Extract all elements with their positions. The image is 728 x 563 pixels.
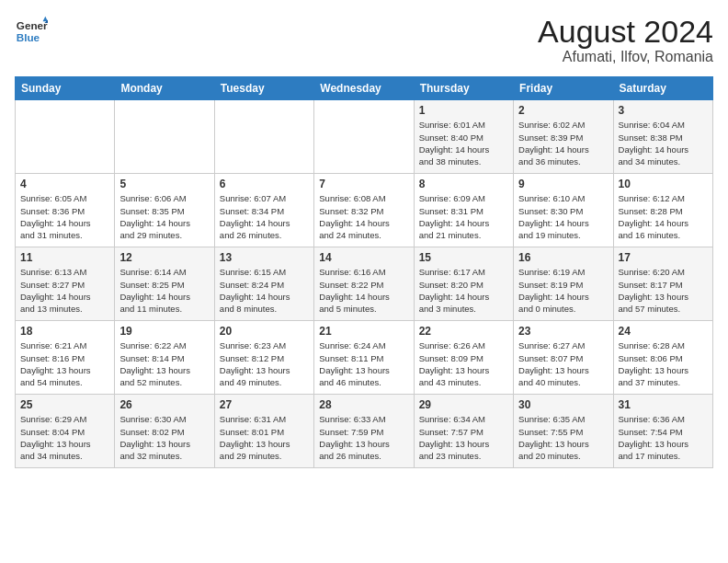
day-number: 15 — [419, 251, 508, 264]
day-number: 22 — [419, 325, 508, 338]
week-row-3: 11Sunrise: 6:13 AM Sunset: 8:27 PM Dayli… — [16, 247, 713, 321]
day-number: 5 — [119, 178, 209, 190]
title-block: August 2024 Afumati, Ilfov, Romania — [538, 15, 713, 65]
day-info: Sunrise: 6:07 AM Sunset: 8:34 PM Dayligh… — [220, 192, 309, 241]
day-cell: 27Sunrise: 6:31 AM Sunset: 8:01 PM Dayli… — [214, 395, 313, 468]
day-cell: 31Sunrise: 6:36 AM Sunset: 7:54 PM Dayli… — [613, 395, 712, 468]
day-cell: 4Sunrise: 6:05 AM Sunset: 8:36 PM Daylig… — [16, 174, 115, 247]
day-info: Sunrise: 6:33 AM Sunset: 7:59 PM Dayligh… — [319, 413, 408, 462]
calendar-table: SundayMondayTuesdayWednesdayThursdayFrid… — [15, 76, 713, 468]
week-row-2: 4Sunrise: 6:05 AM Sunset: 8:36 PM Daylig… — [16, 174, 713, 247]
day-number: 24 — [619, 325, 708, 338]
day-cell: 17Sunrise: 6:20 AM Sunset: 8:17 PM Dayli… — [613, 247, 712, 321]
week-row-4: 18Sunrise: 6:21 AM Sunset: 8:16 PM Dayli… — [16, 321, 713, 395]
logo: General Blue — [15, 15, 48, 48]
day-number: 26 — [119, 398, 209, 411]
day-info: Sunrise: 6:06 AM Sunset: 8:35 PM Dayligh… — [119, 192, 209, 241]
day-number: 29 — [419, 398, 508, 411]
week-row-1: 1Sunrise: 6:01 AM Sunset: 8:40 PM Daylig… — [16, 100, 713, 174]
col-header-saturday: Saturday — [613, 77, 712, 100]
day-info: Sunrise: 6:17 AM Sunset: 8:20 PM Dayligh… — [419, 266, 508, 315]
day-info: Sunrise: 6:35 AM Sunset: 7:55 PM Dayligh… — [518, 413, 608, 462]
col-header-wednesday: Wednesday — [314, 77, 414, 100]
day-cell: 1Sunrise: 6:01 AM Sunset: 8:40 PM Daylig… — [414, 100, 513, 174]
day-number: 8 — [419, 178, 508, 190]
svg-text:Blue: Blue — [17, 31, 40, 43]
day-info: Sunrise: 6:14 AM Sunset: 8:25 PM Dayligh… — [119, 266, 209, 315]
day-number: 30 — [518, 398, 608, 411]
day-cell: 24Sunrise: 6:28 AM Sunset: 8:06 PM Dayli… — [613, 321, 712, 395]
day-number: 3 — [619, 104, 708, 117]
day-number: 21 — [319, 325, 408, 338]
day-info: Sunrise: 6:22 AM Sunset: 8:14 PM Dayligh… — [119, 339, 209, 388]
day-number: 10 — [619, 178, 708, 190]
day-number: 19 — [119, 325, 209, 338]
day-number: 25 — [20, 398, 109, 411]
day-info: Sunrise: 6:09 AM Sunset: 8:31 PM Dayligh… — [419, 192, 508, 241]
col-header-monday: Monday — [115, 77, 214, 100]
day-info: Sunrise: 6:16 AM Sunset: 8:22 PM Dayligh… — [319, 266, 408, 315]
col-header-friday: Friday — [514, 77, 613, 100]
day-cell: 10Sunrise: 6:12 AM Sunset: 8:28 PM Dayli… — [613, 174, 712, 247]
day-cell: 22Sunrise: 6:26 AM Sunset: 8:09 PM Dayli… — [414, 321, 513, 395]
day-info: Sunrise: 6:28 AM Sunset: 8:06 PM Dayligh… — [619, 339, 708, 388]
day-cell: 11Sunrise: 6:13 AM Sunset: 8:27 PM Dayli… — [16, 247, 115, 321]
col-header-tuesday: Tuesday — [214, 77, 313, 100]
header-row: SundayMondayTuesdayWednesdayThursdayFrid… — [16, 77, 713, 100]
page-subtitle: Afumati, Ilfov, Romania — [538, 49, 713, 65]
day-number: 13 — [220, 251, 309, 264]
day-number: 14 — [319, 251, 408, 264]
day-number: 9 — [518, 178, 608, 190]
day-cell: 16Sunrise: 6:19 AM Sunset: 8:19 PM Dayli… — [514, 247, 613, 321]
col-header-thursday: Thursday — [414, 77, 513, 100]
day-number: 27 — [220, 398, 309, 411]
day-cell — [314, 100, 414, 174]
day-cell — [214, 100, 313, 174]
day-info: Sunrise: 6:04 AM Sunset: 8:38 PM Dayligh… — [619, 119, 708, 167]
day-info: Sunrise: 6:08 AM Sunset: 8:32 PM Dayligh… — [319, 192, 408, 241]
day-cell: 29Sunrise: 6:34 AM Sunset: 7:57 PM Dayli… — [414, 395, 513, 468]
page-title: August 2024 — [538, 15, 713, 49]
day-cell: 15Sunrise: 6:17 AM Sunset: 8:20 PM Dayli… — [414, 247, 513, 321]
day-cell: 14Sunrise: 6:16 AM Sunset: 8:22 PM Dayli… — [314, 247, 414, 321]
day-number: 28 — [319, 398, 408, 411]
day-info: Sunrise: 6:13 AM Sunset: 8:27 PM Dayligh… — [20, 266, 109, 315]
day-number: 31 — [619, 398, 708, 411]
day-number: 4 — [20, 178, 109, 190]
day-info: Sunrise: 6:26 AM Sunset: 8:09 PM Dayligh… — [419, 339, 508, 388]
day-info: Sunrise: 6:15 AM Sunset: 8:24 PM Dayligh… — [220, 266, 309, 315]
day-number: 2 — [518, 104, 608, 117]
day-info: Sunrise: 6:19 AM Sunset: 8:19 PM Dayligh… — [518, 266, 608, 315]
logo-icon: General Blue — [15, 15, 48, 48]
day-number: 1 — [419, 104, 508, 117]
day-cell: 30Sunrise: 6:35 AM Sunset: 7:55 PM Dayli… — [514, 395, 613, 468]
day-cell: 19Sunrise: 6:22 AM Sunset: 8:14 PM Dayli… — [115, 321, 214, 395]
day-cell: 12Sunrise: 6:14 AM Sunset: 8:25 PM Dayli… — [115, 247, 214, 321]
day-cell: 9Sunrise: 6:10 AM Sunset: 8:30 PM Daylig… — [514, 174, 613, 247]
day-cell: 7Sunrise: 6:08 AM Sunset: 8:32 PM Daylig… — [314, 174, 414, 247]
day-info: Sunrise: 6:24 AM Sunset: 8:11 PM Dayligh… — [319, 339, 408, 388]
day-cell: 23Sunrise: 6:27 AM Sunset: 8:07 PM Dayli… — [514, 321, 613, 395]
day-info: Sunrise: 6:30 AM Sunset: 8:02 PM Dayligh… — [119, 413, 209, 462]
week-row-5: 25Sunrise: 6:29 AM Sunset: 8:04 PM Dayli… — [16, 395, 713, 468]
day-cell: 21Sunrise: 6:24 AM Sunset: 8:11 PM Dayli… — [314, 321, 414, 395]
day-number: 12 — [119, 251, 209, 264]
day-number: 17 — [619, 251, 708, 264]
day-info: Sunrise: 6:27 AM Sunset: 8:07 PM Dayligh… — [518, 339, 608, 388]
day-cell: 6Sunrise: 6:07 AM Sunset: 8:34 PM Daylig… — [214, 174, 313, 247]
day-number: 23 — [518, 325, 608, 338]
day-number: 18 — [20, 325, 109, 338]
day-cell: 20Sunrise: 6:23 AM Sunset: 8:12 PM Dayli… — [214, 321, 313, 395]
day-cell: 25Sunrise: 6:29 AM Sunset: 8:04 PM Dayli… — [16, 395, 115, 468]
day-cell: 18Sunrise: 6:21 AM Sunset: 8:16 PM Dayli… — [16, 321, 115, 395]
day-info: Sunrise: 6:05 AM Sunset: 8:36 PM Dayligh… — [20, 192, 109, 241]
day-cell — [16, 100, 115, 174]
day-info: Sunrise: 6:31 AM Sunset: 8:01 PM Dayligh… — [220, 413, 309, 462]
day-info: Sunrise: 6:21 AM Sunset: 8:16 PM Dayligh… — [20, 339, 109, 388]
day-cell: 26Sunrise: 6:30 AM Sunset: 8:02 PM Dayli… — [115, 395, 214, 468]
day-info: Sunrise: 6:20 AM Sunset: 8:17 PM Dayligh… — [619, 266, 708, 315]
day-info: Sunrise: 6:36 AM Sunset: 7:54 PM Dayligh… — [619, 413, 708, 462]
day-cell — [115, 100, 214, 174]
day-cell: 2Sunrise: 6:02 AM Sunset: 8:39 PM Daylig… — [514, 100, 613, 174]
day-info: Sunrise: 6:01 AM Sunset: 8:40 PM Dayligh… — [419, 119, 508, 167]
